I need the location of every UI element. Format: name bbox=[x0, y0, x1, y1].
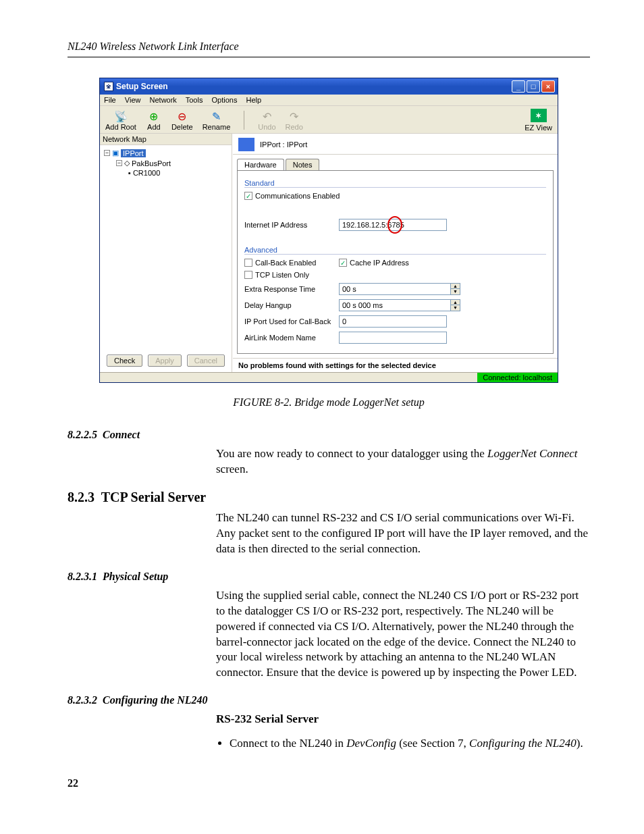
ipport-header-icon bbox=[238, 138, 254, 151]
rename-button[interactable]: ✎ Rename bbox=[203, 109, 231, 131]
undo-button: ↶ Undo bbox=[258, 109, 275, 131]
group-advanced: Advanced bbox=[244, 246, 546, 255]
redo-icon: ↷ bbox=[286, 109, 302, 123]
menu-help[interactable]: Help bbox=[246, 96, 261, 104]
cache-checkbox[interactable]: ✓ bbox=[339, 259, 347, 267]
section-8232-list: Connect to the NL240 in DevConfig (see S… bbox=[230, 737, 590, 750]
menubar: File View Network Tools Options Help bbox=[100, 95, 558, 106]
section-823-body: The NL240 can tunnel RS-232 and CS I/O s… bbox=[216, 511, 590, 557]
window-title: Setup Screen bbox=[116, 82, 168, 91]
tcplisten-checkbox[interactable] bbox=[244, 271, 252, 279]
tree-pakbus-label: PakBusPort bbox=[132, 159, 171, 167]
tree-ipport-label: IPPort bbox=[121, 149, 146, 157]
status-text: No problems found with settings for the … bbox=[233, 358, 558, 372]
section-8232-heading: 8.2.3.2 Configuring the NL240 bbox=[68, 694, 590, 706]
delete-label: Delete bbox=[171, 123, 193, 131]
ipport-icon: ▣ bbox=[112, 149, 119, 157]
delete-button[interactable]: ⊖ Delete bbox=[171, 109, 193, 131]
sidebar-header: Network Map bbox=[100, 134, 232, 145]
extra-response-input[interactable] bbox=[339, 283, 451, 295]
undo-icon: ↶ bbox=[259, 109, 275, 123]
callback-checkbox[interactable] bbox=[244, 259, 252, 267]
undo-label: Undo bbox=[258, 123, 275, 131]
apply-button: Apply bbox=[148, 355, 182, 367]
delay-hangup-spinner[interactable]: ▲▼ bbox=[451, 299, 460, 311]
tab-notes[interactable]: Notes bbox=[286, 159, 320, 170]
menu-network[interactable]: Network bbox=[150, 96, 177, 104]
menu-tools[interactable]: Tools bbox=[186, 96, 203, 104]
toolbar: 📡 Add Root ⊕ Add ⊖ Delete ✎ Rename ↶ Und… bbox=[100, 106, 558, 134]
main-panel: IPPort : IPPort Hardware Notes Standard … bbox=[232, 134, 558, 372]
group-standard: Standard bbox=[244, 179, 546, 188]
add-button[interactable]: ⊕ Add bbox=[146, 109, 162, 131]
add-label: Add bbox=[147, 123, 161, 131]
collapse-icon[interactable]: − bbox=[104, 150, 110, 156]
addroot-label: Add Root bbox=[105, 123, 136, 131]
tree-cr1000[interactable]: ▪ CR1000 bbox=[104, 168, 229, 178]
cr1000-icon: ▪ bbox=[128, 169, 131, 177]
minimize-button[interactable]: _ bbox=[512, 80, 525, 93]
main-title: IPPort : IPPort bbox=[260, 140, 307, 149]
section-8225-body: You are now ready to connect to your dat… bbox=[216, 446, 590, 477]
app-icon: ※ bbox=[104, 82, 113, 91]
menu-file[interactable]: File bbox=[104, 96, 116, 104]
ipport-callback-input[interactable] bbox=[339, 315, 447, 328]
menu-view[interactable]: View bbox=[125, 96, 141, 104]
tab-hardware[interactable]: Hardware bbox=[237, 159, 284, 170]
check-button[interactable]: Check bbox=[107, 355, 142, 367]
tcplisten-label: TCP Listen Only bbox=[255, 271, 309, 279]
comm-enabled-checkbox[interactable]: ✓ bbox=[244, 192, 252, 200]
setup-window: ※ Setup Screen _ □ × File View Network T… bbox=[99, 78, 558, 383]
close-button[interactable]: × bbox=[541, 80, 555, 93]
section-823-heading: 8.2.3 TCP Serial Server bbox=[68, 490, 590, 505]
tree-pakbus[interactable]: − ◇ PakBusPort bbox=[104, 158, 229, 168]
page-number: 22 bbox=[68, 777, 590, 789]
section-8231-body: Using the supplied serial cable, connect… bbox=[216, 588, 590, 681]
section-8225-heading: 8.2.2.5 Connect bbox=[68, 429, 590, 441]
network-tree[interactable]: − ▣ IPPort − ◇ PakBusPort ▪ CR1000 bbox=[100, 145, 232, 361]
section-8232-sub: RS-232 Serial Server bbox=[216, 712, 590, 727]
delay-hangup-label: Delay Hangup bbox=[244, 301, 339, 309]
redo-label: Redo bbox=[286, 123, 303, 131]
add-icon: ⊕ bbox=[146, 109, 162, 123]
extra-response-label: Extra Response Time bbox=[244, 285, 339, 293]
airlink-input[interactable] bbox=[339, 332, 447, 344]
section-8231-heading: 8.2.3.1 Physical Setup bbox=[68, 571, 590, 583]
titlebar: ※ Setup Screen _ □ × bbox=[100, 78, 558, 95]
menu-options[interactable]: Options bbox=[211, 96, 237, 104]
ezview-button[interactable]: ✶ EZ View bbox=[525, 109, 552, 132]
collapse-icon[interactable]: − bbox=[116, 160, 122, 166]
delay-hangup-input[interactable] bbox=[339, 299, 451, 311]
tree-cr1000-label: CR1000 bbox=[133, 169, 160, 177]
ip-address-label: Internet IP Address bbox=[244, 221, 339, 229]
delete-icon: ⊖ bbox=[174, 109, 190, 123]
airlink-label: AirLink Modem Name bbox=[244, 334, 339, 342]
tree-ipport[interactable]: − ▣ IPPort bbox=[104, 148, 229, 158]
list-item: Connect to the NL240 in DevConfig (see S… bbox=[230, 737, 590, 750]
rename-icon: ✎ bbox=[208, 109, 224, 123]
redo-button: ↷ Redo bbox=[286, 109, 303, 131]
rename-label: Rename bbox=[203, 123, 231, 131]
ezview-label: EZ View bbox=[525, 124, 552, 132]
highlight-circle bbox=[387, 216, 402, 234]
ipport-callback-label: IP Port Used for Call-Back bbox=[244, 317, 339, 325]
figure-caption: FIGURE 8-2. Bridge mode LoggerNet setup bbox=[68, 396, 590, 409]
cache-label: Cache IP Address bbox=[350, 259, 409, 267]
header-rule bbox=[68, 57, 590, 57]
sidebar: Network Map − ▣ IPPort − ◇ PakBusPort ▪ … bbox=[100, 134, 232, 372]
page-header: NL240 Wireless Network Link Interface bbox=[68, 41, 590, 53]
connection-status: Connected: localhost bbox=[477, 373, 558, 382]
addroot-button[interactable]: 📡 Add Root bbox=[105, 109, 136, 131]
ezview-icon: ✶ bbox=[531, 109, 547, 122]
cancel-button: Cancel bbox=[187, 355, 225, 367]
addroot-icon: 📡 bbox=[113, 109, 129, 123]
maximize-button[interactable]: □ bbox=[527, 80, 540, 93]
callback-label: Call-Back Enabled bbox=[255, 259, 317, 267]
pakbus-icon: ◇ bbox=[124, 159, 130, 167]
extra-response-spinner[interactable]: ▲▼ bbox=[451, 283, 460, 295]
comm-enabled-label: Communications Enabled bbox=[255, 192, 340, 200]
